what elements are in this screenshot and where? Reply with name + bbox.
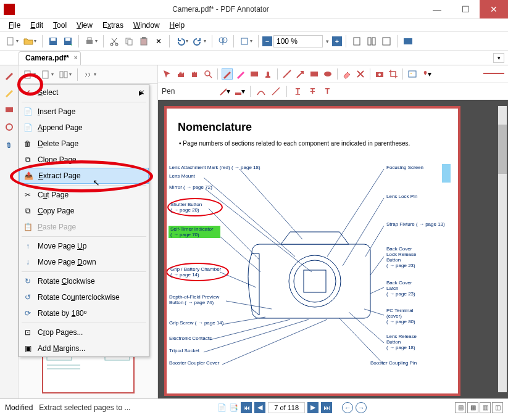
fit-button[interactable] — [238, 35, 254, 48]
pen-color-icon[interactable]: ▾ — [234, 86, 245, 97]
arrow-tool-icon[interactable] — [295, 68, 306, 80]
text-underline-icon[interactable]: T — [292, 86, 303, 97]
hand-tool-icon[interactable] — [189, 68, 200, 80]
menu-window[interactable]: Window — [130, 20, 164, 31]
svg-line-58 — [327, 169, 384, 257]
menu-rotate-cw[interactable]: ↻Rotate Clockwise — [19, 273, 149, 289]
ellipse-tool-icon[interactable] — [322, 68, 333, 80]
search-button[interactable] — [216, 35, 230, 48]
zoom-field[interactable]: 100 % — [273, 35, 323, 47]
nav-prev-button[interactable]: ◀ — [254, 402, 265, 413]
undo-button[interactable] — [173, 35, 190, 48]
tool-attach-icon[interactable] — [3, 138, 15, 150]
menu-append-page[interactable]: 📄Append Page — [19, 120, 149, 136]
save-as-button[interactable] — [61, 35, 75, 48]
menu-extras[interactable]: Extras — [99, 20, 127, 31]
menu-clone-page[interactable]: ⧉Clone Page — [19, 152, 149, 168]
menu-edit[interactable]: Edit — [27, 20, 47, 31]
tool-marker-icon[interactable] — [3, 86, 15, 99]
redo-button[interactable] — [191, 35, 208, 48]
menu-select[interactable]: ✔ Select▶ — [19, 84, 149, 101]
marker-tool-icon[interactable] — [235, 68, 246, 80]
tool-pen-icon[interactable] — [3, 69, 15, 81]
print-button[interactable] — [83, 35, 99, 48]
pointer-tool-icon[interactable] — [162, 68, 173, 80]
view-mode-4-button[interactable]: ◫ — [492, 402, 503, 413]
line-curve-icon[interactable] — [256, 86, 267, 97]
paste-button[interactable] — [137, 35, 151, 48]
tab-overflow-button[interactable]: ▾ — [493, 53, 504, 63]
line-straight-icon[interactable] — [270, 86, 281, 97]
nav-back-button[interactable]: ← — [342, 402, 353, 413]
rect-tool-icon[interactable] — [309, 68, 320, 80]
page-viewport[interactable]: Nomenclature • Page numbers of sections … — [158, 100, 508, 398]
menu-insert-page[interactable]: 📄Insert Page — [19, 104, 149, 120]
menu-delete-page[interactable]: 🗑Delete Page — [19, 136, 149, 152]
tool-stamp-icon[interactable] — [3, 121, 15, 133]
panel-view-button[interactable] — [57, 68, 73, 81]
favorite-tool-icon[interactable]: ▾ — [420, 68, 431, 80]
document-tab[interactable]: Camera.pdf* × — [19, 51, 81, 65]
vertical-scrollbar[interactable] — [498, 106, 507, 392]
maximize-button[interactable]: ☐ — [451, 0, 480, 19]
fullscreen-button[interactable] — [401, 35, 415, 48]
zoom-out-button[interactable]: − — [262, 36, 272, 46]
view-mode-1-button[interactable]: ▤ — [455, 402, 466, 413]
panel-page-menu-button[interactable] — [39, 68, 56, 81]
layout2-button[interactable] — [365, 35, 378, 48]
pen-tool-icon[interactable] — [222, 68, 233, 80]
minimize-button[interactable]: — — [423, 0, 451, 19]
menu-copy-page[interactable]: ⧉Copy Page — [19, 203, 149, 219]
panel-settings-button[interactable] — [81, 68, 98, 81]
open-button[interactable] — [22, 35, 38, 48]
pen-style-icon[interactable]: ▾ — [219, 86, 230, 97]
stamp-tool-icon[interactable] — [262, 68, 273, 80]
menu-file[interactable]: File — [5, 20, 24, 31]
camera-tool-icon[interactable] — [374, 68, 385, 80]
scrollbar-thumb[interactable] — [498, 125, 507, 174]
view-mode-2-button[interactable]: ▦ — [467, 402, 478, 413]
status-icon-1[interactable]: 📄 — [217, 403, 227, 412]
nav-forward-button[interactable]: → — [356, 402, 367, 413]
layout1-button[interactable] — [350, 35, 364, 48]
nav-first-button[interactable]: ⏮ — [241, 402, 252, 413]
zoom-tool-icon[interactable] — [202, 68, 214, 80]
crop-tool-icon[interactable] — [388, 68, 399, 80]
eraser-tool-icon[interactable] — [341, 68, 352, 80]
new-doc-button[interactable] — [4, 35, 20, 48]
layout3-button[interactable] — [380, 35, 393, 48]
view-mode-3-button[interactable]: ▥ — [480, 402, 491, 413]
panel-newpage-button[interactable] — [21, 68, 38, 81]
text-strike-icon[interactable]: T — [307, 86, 318, 97]
pan-tool-icon[interactable] — [175, 68, 186, 80]
menu-view[interactable]: View — [73, 20, 96, 31]
menu-cut-page[interactable]: ✂Cut Page — [19, 187, 149, 203]
menu-rotate-ccw[interactable]: ↺Rotate Counterclockwise — [19, 289, 149, 305]
menu-rotate-180[interactable]: ⟳Rotate by 180º — [19, 305, 149, 321]
erase-all-icon[interactable] — [355, 68, 366, 80]
nav-last-button[interactable]: ⏭ — [321, 402, 332, 413]
menu-add-margins[interactable]: ▣Add Margins... — [19, 340, 149, 356]
delete-button[interactable]: ✕ — [152, 35, 165, 48]
cut-button[interactable] — [107, 35, 121, 48]
status-icon-2[interactable]: 📑 — [229, 403, 238, 412]
menu-extract-page[interactable]: 📤Extract Page — [19, 168, 149, 184]
zoom-dd-icon[interactable]: ▾ — [324, 38, 331, 44]
page-indicator[interactable]: 7 of 118 — [268, 402, 305, 413]
text-squiggle-icon[interactable]: T — [322, 86, 333, 97]
menu-help[interactable]: Help — [166, 20, 189, 31]
menu-tool[interactable]: Tool — [49, 20, 70, 31]
image-tool-icon[interactable] — [407, 68, 418, 80]
menu-move-down[interactable]: ↓Move Page Down — [19, 254, 149, 270]
tab-close-icon[interactable]: × — [74, 54, 78, 61]
close-button[interactable]: ✕ — [480, 0, 508, 19]
menu-move-up[interactable]: ↑Move Page Up — [19, 238, 149, 254]
line-tool-icon[interactable] — [281, 68, 293, 80]
menu-crop-pages[interactable]: ⊡Crop Pages... — [19, 324, 149, 340]
tool-text-icon[interactable] — [3, 104, 15, 116]
save-button[interactable] — [46, 35, 60, 48]
zoom-in-button[interactable]: + — [332, 36, 342, 46]
copy-button[interactable] — [122, 35, 136, 48]
nav-next-button[interactable]: ▶ — [307, 402, 319, 413]
textbox-tool-icon[interactable] — [249, 68, 260, 80]
